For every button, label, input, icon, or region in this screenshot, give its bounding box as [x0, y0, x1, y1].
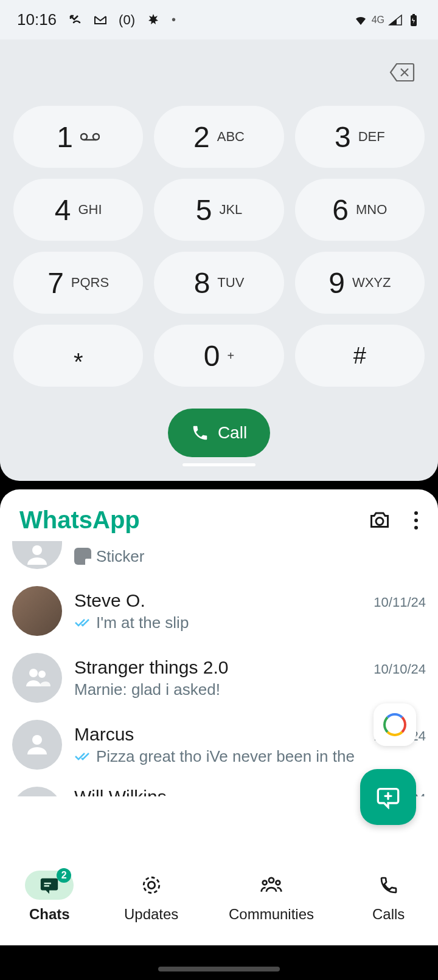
chat-item[interactable]: Sticker [12, 541, 426, 578]
whatsapp-app: WhatsApp Sticker Steve O. 10/11/24 [0, 489, 438, 854]
network-label: 4G [372, 15, 384, 26]
svg-point-2 [81, 134, 87, 140]
avatar [12, 787, 62, 796]
new-chat-button[interactable] [360, 769, 416, 825]
svg-point-3 [93, 134, 99, 140]
key-2[interactable]: 2ABC [154, 106, 283, 168]
chat-message: I'm at the slip [96, 613, 189, 632]
status-bar: 10:16 (0) • 4G [0, 0, 438, 40]
nav-updates[interactable]: Updates [124, 871, 178, 923]
app-handle[interactable] [182, 463, 255, 466]
key-8[interactable]: 8TUV [154, 252, 283, 314]
svg-point-10 [29, 669, 38, 677]
key-star[interactable]: * [13, 325, 143, 387]
avatar [12, 586, 62, 636]
app-title: WhatsApp [19, 506, 140, 534]
key-3[interactable]: 3DEF [295, 106, 425, 168]
dot-icon: • [172, 13, 176, 27]
chat-name: Marcus [74, 724, 134, 745]
nav-label: Chats [29, 906, 70, 923]
nav-calls[interactable]: Calls [364, 871, 413, 923]
svg-point-6 [414, 511, 418, 515]
chat-item[interactable]: Marcus 10/10/24 Pizza great tho iVe neve… [12, 711, 426, 778]
chat-list[interactable]: Sticker Steve O. 10/11/24 I'm at the sli… [0, 541, 438, 796]
svg-point-16 [148, 882, 155, 888]
menu-button[interactable] [414, 511, 419, 530]
key-6[interactable]: 6MNO [295, 179, 425, 241]
svg-rect-1 [412, 14, 415, 16]
status-time: 10:16 [17, 10, 57, 29]
nav-label: Communities [229, 906, 314, 923]
voicemail-count: (0) [119, 12, 135, 28]
avatar [12, 720, 62, 770]
svg-rect-14 [44, 883, 51, 885]
svg-point-18 [269, 878, 274, 883]
meta-ai-button[interactable] [374, 703, 416, 746]
svg-point-9 [32, 545, 42, 555]
chat-name: Steve O. [74, 590, 145, 611]
chats-badge: 2 [57, 868, 71, 883]
missed-call-icon [68, 13, 82, 27]
svg-point-17 [144, 877, 159, 893]
dialpad: 1 2ABC 3DEF 4GHI 5JKL 6MNO 7PQRS 8TUV 9W… [0, 105, 438, 400]
read-ticks-icon [74, 617, 91, 628]
dialer-app: 1 2ABC 3DEF 4GHI 5JKL 6MNO 7PQRS 8TUV 9W… [0, 40, 438, 481]
chat-date: 10/10/24 [374, 661, 426, 677]
updates-icon [141, 875, 162, 895]
avatar [12, 541, 62, 569]
chat-name: Will Wilkins [74, 787, 167, 796]
bottom-nav: 2 Chats Updates Communities Calls [0, 854, 438, 945]
key-hash[interactable]: # [295, 325, 425, 387]
key-4[interactable]: 4GHI [13, 179, 143, 241]
svg-point-5 [376, 517, 383, 525]
svg-point-12 [32, 735, 42, 745]
meta-ai-icon [383, 713, 406, 736]
home-indicator[interactable] [158, 967, 280, 971]
voicemail-icon [80, 132, 100, 142]
key-5[interactable]: 5JKL [154, 179, 283, 241]
chat-message: Marnie: glad i asked! [74, 680, 220, 699]
nav-chats[interactable]: 2 Chats [25, 871, 74, 923]
phone-icon [191, 424, 209, 442]
key-9[interactable]: 9WXYZ [295, 252, 425, 314]
call-button[interactable]: Call [168, 409, 270, 457]
sticker-icon [74, 548, 91, 565]
battery-icon [406, 13, 421, 27]
nav-label: Calls [372, 906, 405, 923]
signal-icon [388, 13, 403, 27]
new-chat-icon [376, 785, 400, 809]
clap-icon [146, 13, 161, 27]
wifi-icon [353, 13, 368, 27]
camera-button[interactable] [369, 509, 391, 531]
chat-message: Sticker [96, 547, 144, 566]
communities-icon [260, 875, 283, 895]
chat-item[interactable]: Steve O. 10/11/24 I'm at the slip [12, 578, 426, 644]
chat-name: Stranger things 2.0 [74, 657, 229, 678]
chat-message: Pizza great tho iVe never been in the [96, 747, 355, 766]
nav-communities[interactable]: Communities [229, 871, 314, 923]
key-1[interactable]: 1 [13, 106, 143, 168]
backspace-button[interactable] [389, 63, 415, 82]
chat-date: 10/11/24 [374, 595, 426, 610]
gmail-icon [93, 13, 108, 27]
key-0[interactable]: 0+ [154, 325, 283, 387]
avatar [12, 653, 62, 703]
svg-point-8 [414, 526, 418, 530]
svg-point-19 [263, 881, 267, 885]
nav-label: Updates [124, 906, 178, 923]
svg-rect-15 [44, 885, 50, 887]
call-label: Call [218, 423, 247, 443]
calls-icon [379, 875, 398, 895]
chat-item[interactable]: Stranger things 2.0 10/10/24 Marnie: gla… [12, 644, 426, 711]
svg-point-11 [38, 671, 46, 678]
read-ticks-icon [74, 751, 91, 762]
svg-point-7 [414, 519, 418, 522]
key-7[interactable]: 7PQRS [13, 252, 143, 314]
svg-point-20 [276, 881, 280, 885]
